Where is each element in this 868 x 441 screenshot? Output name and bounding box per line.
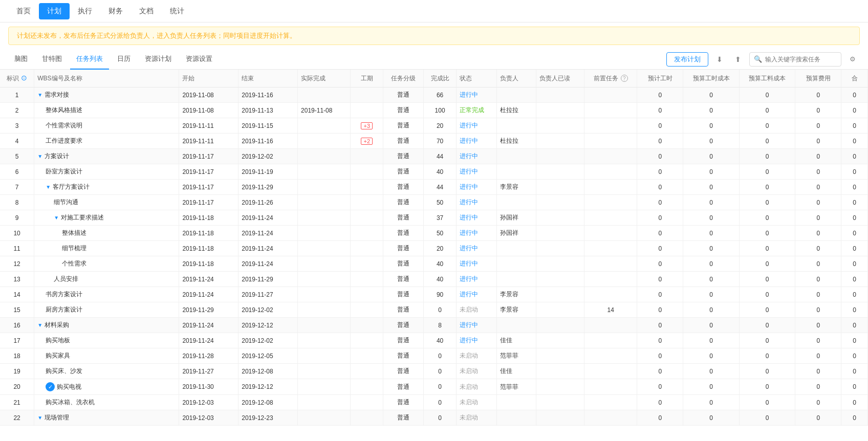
cell-actual (298, 164, 351, 180)
cell-work (351, 287, 383, 302)
cell-est-time: 0 (637, 287, 683, 302)
cell-predecessor (584, 164, 637, 180)
table-row: 6卧室方案设计2019-11-172019-11-19普通40进行中00000 (0, 164, 868, 180)
cell-actual (298, 210, 351, 226)
cell-est-expense: 0 (795, 272, 841, 287)
nav-home[interactable]: 首页 (8, 0, 39, 23)
status-badge: 未启动 (460, 367, 478, 374)
cell-priority: 普通 (383, 395, 424, 410)
cell-predecessor (584, 395, 637, 410)
task-name: 材料采购 (45, 321, 69, 328)
nav-plan[interactable]: 计划 (39, 3, 70, 19)
cell-id: 10 (0, 226, 34, 241)
cell-name[interactable]: 细节梳理 (34, 241, 179, 256)
cell-status: 进行中 (457, 134, 497, 149)
cell-est-labor-cost: 0 (739, 226, 795, 241)
cell-name[interactable]: 购买地板 (34, 333, 179, 348)
cell-name[interactable]: 购买家具 (34, 348, 179, 364)
cell-work (351, 210, 383, 226)
cell-work (351, 333, 383, 348)
upload-icon[interactable]: ⬆ (731, 52, 745, 67)
task-name: 购买床、沙发 (46, 367, 82, 374)
nav-finance[interactable]: 财务 (100, 0, 131, 23)
nav-stats[interactable]: 统计 (162, 0, 192, 23)
cell-work (351, 149, 383, 164)
cell-priority: 普通 (383, 210, 424, 226)
cell-name[interactable]: 个性需求 (34, 256, 179, 272)
cell-actual (298, 256, 351, 272)
task-name: 细节梳理 (62, 245, 86, 252)
subnav-calendar[interactable]: 日历 (111, 49, 137, 70)
subnav-resource-plan[interactable]: 资源计划 (139, 49, 178, 70)
table-row: 15厨房方案设计2019-11-292019-12-02普通0未启动李景容140… (0, 302, 868, 318)
expand-icon[interactable]: ▼ (37, 92, 42, 98)
cell-name[interactable]: 厨房方案设计 (34, 302, 179, 318)
expand-icon[interactable]: ▼ (54, 215, 59, 220)
cell-read (536, 287, 584, 302)
col-header-est-time: 预计工时 (637, 70, 683, 87)
expand-icon[interactable]: ▼ (46, 184, 51, 190)
task-name: 购买地板 (46, 337, 70, 344)
cell-name[interactable]: 工作进度要求 (34, 134, 179, 149)
search-input[interactable] (765, 56, 837, 63)
cell-progress: 44 (423, 180, 456, 195)
cell-priority: 普通 (383, 272, 424, 287)
cell-est-expense: 0 (795, 87, 841, 103)
table-row: 13人员安排2019-11-242019-11-29普通40进行中00000 (0, 272, 868, 287)
cell-name[interactable]: ▼现场管理 (34, 410, 179, 426)
cell-est-expense: 0 (795, 164, 841, 180)
cell-name[interactable]: ▼需求对接 (34, 87, 179, 103)
help-icon[interactable]: ? (621, 75, 628, 82)
cell-total: 0 (841, 395, 868, 410)
cell-name[interactable]: ▼客厅方案设计 (34, 180, 179, 195)
cell-assignee: 范菲菲 (496, 348, 536, 364)
settings-icon[interactable]: ⚙ (845, 52, 860, 67)
cell-name[interactable]: ▼对施工要求描述 (34, 210, 179, 226)
col-header-work: 工期 (351, 70, 383, 87)
expand-icon[interactable]: ▼ (37, 153, 42, 159)
cell-status: 进行中 (457, 180, 497, 195)
cell-actual (298, 134, 351, 149)
status-badge: 进行中 (460, 91, 478, 98)
cell-est-labor-cost: 0 (739, 302, 795, 318)
cell-name[interactable]: 购买冰箱、洗衣机 (34, 395, 179, 410)
cell-work (351, 226, 383, 241)
publish-button[interactable]: 发布计划 (666, 52, 708, 67)
task-name: 需求对接 (45, 91, 69, 98)
cell-name[interactable]: ✓ 购买电视 (34, 379, 179, 395)
cell-name[interactable]: 整体风格描述 (34, 103, 179, 118)
subnav-resource-settings[interactable]: 资源设置 (180, 49, 219, 70)
cell-assignee (496, 256, 536, 272)
cell-name[interactable]: ▼材料采购 (34, 318, 179, 333)
cell-start: 2019-11-11 (179, 118, 238, 134)
cell-priority: 普通 (383, 87, 424, 103)
status-badge: 未启动 (460, 352, 478, 359)
download-icon[interactable]: ⬇ (712, 52, 727, 67)
cell-name[interactable]: 卧室方案设计 (34, 164, 179, 180)
cell-name[interactable]: 购买床、沙发 (34, 364, 179, 379)
cell-assignee (496, 149, 536, 164)
cell-id: 19 (0, 364, 34, 379)
cell-name[interactable]: 整体描述 (34, 226, 179, 241)
cell-priority: 普通 (383, 256, 424, 272)
table-row: 11细节梳理2019-11-182019-11-24普通20进行中00000 (0, 241, 868, 256)
cell-priority: 普通 (383, 302, 424, 318)
cell-est-time: 0 (637, 149, 683, 164)
cell-name[interactable]: 人员安排 (34, 272, 179, 287)
nav-docs[interactable]: 文档 (131, 0, 162, 23)
subnav-tasklist[interactable]: 任务列表 (70, 49, 109, 70)
cell-name[interactable]: 书房方案设计 (34, 287, 179, 302)
cell-read (536, 134, 584, 149)
nav-execute[interactable]: 执行 (70, 0, 100, 23)
cell-start: 2019-11-30 (179, 379, 238, 395)
cell-name[interactable]: 细节沟通 (34, 195, 179, 210)
cell-name[interactable]: 个性需求说明 (34, 118, 179, 134)
expand-icon[interactable]: ▼ (37, 322, 42, 328)
subnav-gantt[interactable]: 甘特图 (36, 49, 68, 70)
cell-read (536, 195, 584, 210)
cell-assignee (496, 241, 536, 256)
cell-name[interactable]: ▼方案设计 (34, 149, 179, 164)
cell-est-labor-cost: 0 (739, 287, 795, 302)
subnav-mindmap[interactable]: 脑图 (8, 49, 34, 70)
expand-icon[interactable]: ▼ (37, 415, 42, 421)
